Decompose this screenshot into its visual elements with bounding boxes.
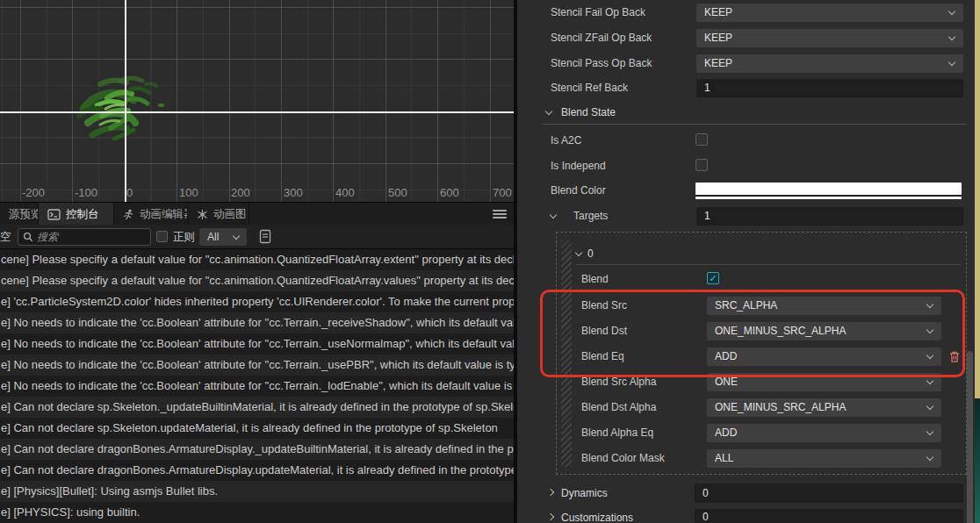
- log-row[interactable]: e] [PHYSICS]: using builtin.: [0, 502, 514, 523]
- search-box[interactable]: [18, 228, 151, 246]
- property-label: Blend Eq: [581, 347, 624, 366]
- property-label: Blend: [581, 270, 609, 289]
- property-label: Blend Color Mask: [581, 449, 665, 468]
- regex-label: 正则: [173, 230, 195, 245]
- section-divider: [542, 124, 967, 125]
- target0-header[interactable]: 0: [587, 245, 594, 263]
- console-toolbar: 空 正则 All: [0, 225, 514, 249]
- tab-animation-graph[interactable]: 动画图: [188, 203, 249, 226]
- log-level-filter-select[interactable]: All: [199, 228, 247, 246]
- blend-checkbox[interactable]: ✓: [707, 272, 719, 284]
- tab-asset-preview[interactable]: 源预览: [0, 203, 39, 226]
- targets-count-input[interactable]: 1: [696, 207, 963, 226]
- log-row[interactable]: e] [Physics][Bullet]: Using asmjs Bullet…: [0, 481, 514, 502]
- log-row[interactable]: e] 'cc.ParticleSystem2D.color' hides inh…: [0, 291, 514, 312]
- tab-console-label: 控制台: [66, 207, 99, 222]
- property-label: Stencil ZFail Op Back: [551, 29, 652, 47]
- tab-animation-editor-label: 动画编辑器: [140, 207, 188, 222]
- is-independ-checkbox[interactable]: [695, 159, 708, 171]
- property-label: Blend Dst Alpha: [581, 398, 656, 417]
- clear-console-button[interactable]: 空: [0, 230, 11, 245]
- log-row[interactable]: e] No needs to indicate the 'cc.Boolean'…: [0, 355, 514, 376]
- log-row[interactable]: e] Can not declare dragonBones.ArmatureD…: [0, 460, 514, 481]
- select-value: KEEP: [704, 32, 732, 44]
- bottom-panel-tabbar: 源预览 控制台 动画编辑器 动画图: [0, 202, 514, 225]
- log-row[interactable]: e] No needs to indicate the 'cc.Boolean'…: [0, 376, 514, 397]
- property-label: Is A2C: [551, 132, 581, 150]
- side-panel-edge-top: [975, 0, 980, 398]
- property-label: Blend Color: [551, 182, 606, 200]
- property-label: Stencil Fail Op Back: [551, 4, 645, 22]
- blend-alpha-eq-select[interactable]: ADD: [707, 424, 941, 442]
- panel-menu-icon[interactable]: [493, 208, 507, 220]
- side-panel-edge-bottom: [975, 398, 980, 523]
- dynamics-section-header[interactable]: Dynamics: [561, 484, 608, 503]
- inspector-scrollbar[interactable]: [967, 351, 973, 523]
- search-icon: [23, 232, 33, 242]
- blend-color-picker[interactable]: [695, 183, 962, 199]
- ruler-label: 500: [388, 186, 407, 199]
- ruler-label: 200: [231, 186, 250, 199]
- stencil-zfail-op-back-select[interactable]: KEEP: [696, 29, 963, 47]
- is-a2c-checkbox[interactable]: [695, 133, 708, 146]
- log-row[interactable]: e] Can not declare dragonBones.ArmatureD…: [0, 439, 514, 460]
- stencil-pass-op-back-select[interactable]: KEEP: [696, 54, 963, 73]
- stencil-fail-op-back-select[interactable]: KEEP: [696, 4, 963, 22]
- log-row[interactable]: e] No needs to indicate the 'cc.Boolean'…: [0, 312, 514, 333]
- ruler-label: -100: [75, 186, 97, 199]
- ruler-label: 600: [440, 186, 459, 199]
- scene-axis-x: [0, 111, 514, 113]
- log-row[interactable]: cene] Please specifiy a default value fo…: [0, 270, 514, 291]
- select-value: ALL: [715, 452, 733, 464]
- select-value: ONE: [715, 376, 738, 388]
- log-file-icon[interactable]: [258, 229, 272, 244]
- select-value: KEEP: [704, 6, 732, 18]
- blend-dst-select[interactable]: ONE_MINUS_SRC_ALPHA: [707, 322, 941, 340]
- property-label: Blend Src Alpha: [581, 373, 656, 391]
- customizations-section-header[interactable]: Customizations: [561, 509, 633, 523]
- input-value: 1: [704, 210, 710, 222]
- tab-animation-editor[interactable]: 动画编辑器: [114, 203, 188, 226]
- ruler-label: -200: [22, 186, 45, 199]
- terminal-icon: [47, 209, 61, 220]
- customizations-count-input[interactable]: 0: [695, 509, 963, 523]
- log-row[interactable]: e] No needs to indicate the 'cc.Boolean'…: [0, 333, 514, 355]
- blend-dst-alpha-select[interactable]: ONE_MINUS_SRC_ALPHA: [707, 398, 941, 417]
- collapse-arrow-icon: [547, 513, 554, 520]
- inspector-panel: Stencil Fail Op Back KEEP Stencil ZFail …: [517, 0, 975, 523]
- input-value: 0: [703, 487, 709, 499]
- blend-color-mask-select[interactable]: ALL: [707, 449, 941, 468]
- property-label: Blend Alpha Eq: [581, 424, 653, 442]
- search-input[interactable]: [37, 231, 133, 243]
- log-row[interactable]: cene] Please specifiy a default value fo…: [0, 249, 514, 270]
- collapse-arrow-icon: [550, 211, 557, 219]
- property-label: Stencil Ref Back: [551, 79, 628, 97]
- select-value: SRC_ALPHA: [715, 299, 777, 312]
- stencil-ref-back-input[interactable]: 1: [696, 79, 963, 97]
- property-label: Stencil Pass Op Back: [551, 54, 652, 73]
- blend-eq-select[interactable]: ADD: [707, 347, 941, 366]
- regex-checkbox[interactable]: [156, 231, 168, 242]
- delete-target-button[interactable]: [948, 350, 961, 363]
- property-label: Blend Dst: [581, 322, 627, 340]
- log-row[interactable]: e] Can not declare sp.Skeleton.updateMat…: [0, 418, 514, 439]
- ruler-label: 400: [335, 186, 355, 199]
- select-value: ADD: [715, 350, 737, 362]
- targets-header[interactable]: Targets: [573, 207, 608, 226]
- filter-value: All: [207, 231, 219, 243]
- blend-src-select[interactable]: SRC_ALPHA: [707, 297, 941, 315]
- tab-asset-preview-label: 源预览: [9, 207, 39, 222]
- log-row[interactable]: e] Can not declare sp.Skeleton._updateBu…: [0, 397, 514, 418]
- blend-src-alpha-select[interactable]: ONE: [707, 373, 941, 391]
- dynamics-count-input[interactable]: 0: [695, 484, 963, 503]
- ruler-label: 300: [284, 186, 303, 199]
- scene-view[interactable]: -200 -100 0 100 200 300 400 500 600 700: [0, 0, 514, 202]
- ruler-label: 0: [126, 186, 133, 199]
- particle-object: [61, 54, 167, 160]
- property-label: Blend Src: [581, 297, 627, 315]
- blend-state-section-header[interactable]: Blend State: [561, 104, 616, 122]
- tab-console[interactable]: 控制台: [39, 203, 114, 226]
- console-log-list: cene] Please specifiy a default value fo…: [0, 249, 514, 523]
- drag-handle[interactable]: [561, 240, 572, 467]
- select-value: ONE_MINUS_SRC_ALPHA: [715, 401, 846, 413]
